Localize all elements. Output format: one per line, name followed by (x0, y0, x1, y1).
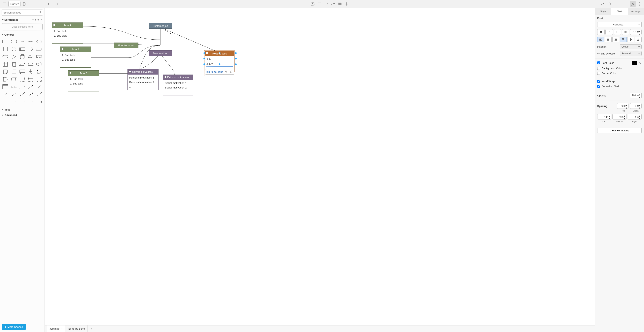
shape-link-3[interactable] (18, 99, 26, 105)
shape-trapezoid[interactable] (27, 61, 34, 68)
shape-arrow[interactable] (36, 83, 43, 90)
shape-link-2[interactable] (10, 99, 18, 105)
shape-dir-line[interactable] (27, 91, 34, 98)
page-tab-jtbd[interactable]: job-to-be-done (65, 326, 88, 332)
shape-cube[interactable] (10, 61, 18, 68)
shape-document[interactable] (36, 53, 43, 60)
shape-container[interactable] (18, 76, 26, 83)
freehand-tool-icon[interactable] (330, 1, 336, 7)
shape-process[interactable] (18, 46, 26, 52)
resize-handle[interactable] (235, 58, 237, 60)
collapse-icon[interactable] (129, 71, 131, 72)
shape-and[interactable] (2, 76, 9, 83)
shape-rect[interactable] (2, 38, 9, 45)
search-input[interactable] (2, 9, 43, 15)
node-task-2[interactable]: Task 2 1. Sub task2. Sub task... (60, 46, 91, 68)
general-section-header[interactable]: General (0, 32, 44, 37)
resize-handle[interactable] (203, 58, 205, 60)
shape-line[interactable] (10, 91, 18, 98)
ellipse-tool-icon[interactable] (323, 1, 329, 7)
delete-link-icon[interactable] (229, 70, 233, 73)
shape-filled-arrow[interactable] (36, 91, 43, 98)
shape-roundrect[interactable] (10, 38, 18, 45)
new-page-icon[interactable] (21, 1, 27, 7)
node-extrinsic[interactable]: Extrinsic motivations Social motivation … (163, 74, 193, 95)
shape-internal-storage[interactable] (2, 61, 9, 68)
insert-icon[interactable] (344, 1, 350, 7)
resize-handle[interactable] (235, 63, 237, 65)
rotate-handle[interactable] (218, 52, 220, 54)
stepper-icon[interactable]: ▴▾ (639, 30, 641, 34)
node-functional-job[interactable]: Functional job (114, 42, 138, 48)
node-intrinsic[interactable]: Intrinsic motivations Personal motivatio… (128, 69, 158, 90)
theme-toggle-icon[interactable] (636, 1, 642, 7)
resize-handle[interactable] (218, 63, 220, 65)
page-tab-jobmap[interactable]: Job map⌃ (47, 326, 65, 332)
shape-link-1[interactable] (2, 99, 9, 105)
collapse-icon[interactable] (70, 72, 72, 74)
resize-handle[interactable] (203, 63, 205, 65)
shape-bidir-arrow[interactable] (27, 83, 34, 90)
rectangle-tool-icon[interactable] (316, 1, 322, 7)
shape-triangle[interactable] (10, 53, 18, 60)
tab-arrange[interactable]: Arrange (628, 8, 644, 15)
node-emotional-job[interactable]: Emotional job (149, 50, 172, 56)
resize-handle[interactable] (203, 52, 205, 54)
collapse-icon[interactable] (206, 52, 208, 54)
table-tool-icon[interactable] (337, 1, 343, 7)
shape-cylinder[interactable] (18, 53, 26, 60)
spacing-top-input[interactable]: 0 pt▴▾ (617, 103, 628, 109)
bold-button[interactable]: B (597, 29, 604, 35)
shape-square[interactable] (2, 46, 9, 52)
spacing-left-input[interactable]: 4 pt▴▾ (597, 114, 611, 119)
shape-callout[interactable] (18, 68, 26, 75)
node-task-1[interactable]: Task 1 1. Sub task2. Sub task... (52, 22, 83, 43)
shape-cloud[interactable] (27, 53, 34, 60)
scratchpad-header[interactable]: Scratchpad ? + ✎ ✕ (0, 17, 44, 22)
shape-ellipse[interactable] (36, 38, 43, 45)
shape-dashed-line[interactable] (2, 91, 9, 98)
shape-link-4[interactable] (27, 99, 34, 105)
tab-style[interactable]: Style (595, 8, 611, 15)
bg-color-checkbox[interactable] (597, 67, 600, 70)
zoom-select[interactable]: 100% (8, 1, 20, 7)
add-page-button[interactable]: + (88, 326, 95, 332)
stepper-icon[interactable]: ▴▾ (639, 93, 641, 98)
shape-bidir-line[interactable] (18, 91, 26, 98)
collapse-icon[interactable] (53, 24, 55, 26)
shape-circle[interactable] (10, 46, 18, 52)
font-color-swatch[interactable] (632, 61, 637, 65)
link-editor[interactable]: job-to-be-done ✎ (205, 69, 234, 74)
shape-actor[interactable] (27, 68, 34, 75)
shape-container2[interactable] (27, 76, 34, 83)
writing-direction-select[interactable]: Automatic (620, 51, 642, 56)
opacity-input[interactable]: 100 %▴▾ (630, 93, 642, 98)
format-panel-toggle-icon[interactable] (630, 1, 636, 7)
share-icon[interactable] (600, 1, 606, 7)
shape-list[interactable] (2, 83, 9, 90)
shape-text[interactable]: Text (18, 38, 26, 45)
word-wrap-checkbox[interactable] (597, 80, 600, 83)
clear-formatting-button[interactable]: Clear Formatting (597, 128, 642, 133)
spacing-global-input[interactable]: 2 pt▴▾ (630, 103, 642, 109)
valign-top-button[interactable] (620, 37, 626, 42)
align-right-button[interactable] (612, 37, 619, 42)
position-select[interactable]: Center (620, 44, 642, 49)
scratchpad-close-icon[interactable]: ✕ (40, 18, 42, 21)
resize-handle[interactable] (235, 52, 237, 54)
font-family-select[interactable]: Helvetica (597, 22, 642, 27)
more-shapes-button[interactable]: +More Shapes (2, 324, 26, 330)
font-size-input[interactable]: 12 pt▴▾ (630, 29, 642, 35)
shape-list-item[interactable]: List Item (10, 83, 18, 90)
shape-group[interactable] (36, 76, 43, 83)
edit-color-icon[interactable]: ✎ (638, 61, 642, 65)
shape-or[interactable] (36, 68, 43, 75)
shape-note[interactable] (2, 68, 9, 75)
scratchpad-add-icon[interactable]: + (35, 18, 36, 21)
border-color-checkbox[interactable] (597, 72, 600, 75)
node-task-3[interactable]: Task 3 1. Sub task2. Sub task... (68, 70, 99, 91)
collapse-icon[interactable] (62, 48, 64, 50)
align-left-button[interactable] (597, 37, 604, 42)
tab-text[interactable]: Text (611, 8, 628, 15)
shape-hexagon[interactable] (2, 53, 9, 60)
